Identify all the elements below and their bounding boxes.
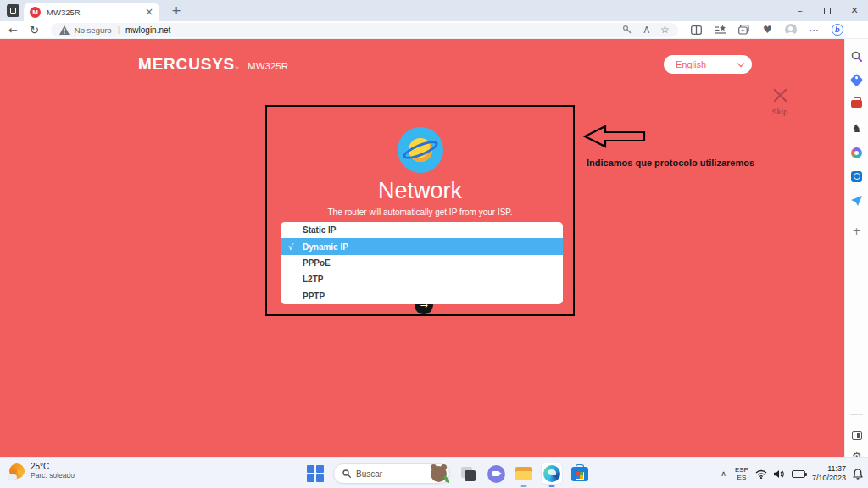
protocol-list: Static IP √Dynamic IP PPPoE L2TP PPTP bbox=[281, 222, 563, 304]
notifications-bell-icon[interactable] bbox=[853, 469, 863, 480]
network-planet-icon bbox=[398, 127, 443, 173]
language-selector[interactable]: English bbox=[664, 55, 752, 74]
browser-essentials-icon[interactable]: ♥ bbox=[761, 24, 774, 36]
search-highlight-image bbox=[431, 466, 447, 482]
protocol-option-pppoe[interactable]: PPPoE bbox=[281, 255, 563, 271]
battery-icon[interactable] bbox=[792, 470, 805, 478]
weather-temp: 25°C bbox=[31, 462, 75, 471]
volume-icon[interactable] bbox=[774, 469, 785, 479]
annotation-arrow-icon bbox=[583, 124, 646, 149]
weather-widget[interactable]: 25°C Parc. soleado bbox=[8, 462, 75, 480]
collections-icon[interactable] bbox=[737, 24, 750, 36]
sidebar-add-icon[interactable]: + bbox=[850, 225, 864, 238]
not-secure-warning-icon bbox=[59, 25, 70, 35]
protocol-option-dynamic-ip[interactable]: √Dynamic IP bbox=[281, 238, 563, 254]
weather-icon bbox=[8, 463, 25, 480]
edge-browser-icon[interactable] bbox=[542, 463, 562, 484]
protocol-option-static-ip[interactable]: Static IP bbox=[281, 222, 563, 238]
tab-actions-menu-icon[interactable] bbox=[7, 4, 19, 17]
tray-chevron-up-icon[interactable]: ∧ bbox=[721, 469, 726, 478]
sidebar-panel-icon[interactable] bbox=[850, 429, 864, 442]
copilot-icon[interactable]: b bbox=[832, 24, 843, 36]
games-icon[interactable]: ♞ bbox=[850, 121, 864, 135]
skip-label: Skip bbox=[765, 108, 794, 116]
language-tray-indicator[interactable]: ESP ES bbox=[735, 466, 748, 481]
window-maximize-button[interactable] bbox=[814, 0, 841, 21]
shopping-icon[interactable] bbox=[850, 73, 864, 86]
teams-chat-icon[interactable] bbox=[486, 463, 506, 484]
tray-date: 7/10/2023 bbox=[812, 474, 846, 483]
tray-time: 11:37 bbox=[812, 464, 846, 474]
outlook-icon[interactable] bbox=[850, 169, 864, 183]
back-icon[interactable]: ← bbox=[8, 24, 18, 36]
profile-avatar[interactable] bbox=[785, 24, 797, 36]
read-aloud-icon[interactable]: A bbox=[643, 25, 649, 35]
designer-icon[interactable] bbox=[850, 146, 864, 159]
edge-sidebar: ♞ + ⚙ bbox=[844, 39, 868, 458]
weather-condition: Parc. soleado bbox=[31, 471, 75, 480]
taskbar-search[interactable]: Buscar bbox=[333, 463, 450, 484]
start-button[interactable] bbox=[305, 463, 326, 484]
drop-send-icon[interactable] bbox=[850, 194, 864, 208]
address-bar[interactable]: No seguro | mwlogin.net A ☆ bbox=[51, 23, 678, 37]
security-label: No seguro bbox=[75, 25, 112, 35]
browser-tab[interactable]: M MW325R × bbox=[24, 3, 159, 21]
brand-trademark: ™ bbox=[235, 65, 239, 70]
skip-x-icon bbox=[773, 88, 787, 103]
window-close-button[interactable]: ✕ bbox=[841, 0, 868, 21]
clock-tray[interactable]: 11:37 7/10/2023 bbox=[812, 464, 846, 483]
task-view-icon[interactable] bbox=[458, 463, 478, 484]
new-tab-button[interactable]: + bbox=[168, 2, 185, 19]
router-model-label: MW325R bbox=[248, 61, 288, 71]
tab-close-icon[interactable]: × bbox=[145, 6, 153, 18]
windows-logo-icon bbox=[307, 465, 325, 483]
refresh-icon[interactable]: ↻ bbox=[30, 24, 39, 36]
url-host: mwlogin.net bbox=[125, 25, 170, 35]
favorite-star-icon[interactable]: ☆ bbox=[660, 24, 670, 36]
wifi-icon[interactable] bbox=[755, 469, 767, 479]
tab-title: MW325R bbox=[47, 8, 145, 17]
check-icon: √ bbox=[288, 242, 293, 252]
search-placeholder: Buscar bbox=[356, 469, 431, 479]
search-icon[interactable] bbox=[850, 49, 864, 63]
network-setup-dialog: Network The router will automatically ge… bbox=[265, 105, 575, 316]
password-key-icon[interactable] bbox=[622, 25, 632, 35]
microsoft-store-icon[interactable] bbox=[570, 463, 590, 484]
dialog-subtitle: The router will automatically get IP fro… bbox=[267, 208, 573, 217]
protocol-option-pptp[interactable]: PPTP bbox=[281, 288, 563, 304]
skip-button[interactable]: Skip bbox=[765, 88, 794, 116]
browser-toolbar: ← ↻ No seguro | mwlogin.net A ☆ ♥ ⋯ b bbox=[0, 21, 868, 39]
dialog-title: Network bbox=[267, 178, 573, 204]
split-screen-icon[interactable] bbox=[690, 24, 703, 36]
window-minimize-button[interactable]: – bbox=[787, 0, 814, 21]
chevron-down-icon bbox=[737, 59, 744, 66]
search-magnifier-icon bbox=[342, 469, 351, 478]
tools-icon[interactable] bbox=[850, 97, 864, 110]
brand-logo: MERCUSYS bbox=[138, 55, 235, 74]
sidebar-divider bbox=[850, 414, 863, 415]
annotation-text: Indicamos que protocolo utilizaremos bbox=[587, 158, 765, 168]
file-explorer-icon[interactable] bbox=[514, 463, 534, 484]
language-selected-value: English bbox=[676, 59, 738, 69]
mercusys-favicon-icon: M bbox=[30, 7, 41, 18]
url-separator: | bbox=[118, 25, 120, 34]
favorites-bar-icon[interactable] bbox=[714, 24, 726, 36]
settings-more-icon[interactable]: ⋯ bbox=[808, 24, 821, 36]
router-setup-page: MERCUSYS ™ MW325R English Skip Network T… bbox=[0, 39, 844, 458]
protocol-option-l2tp[interactable]: L2TP bbox=[281, 271, 563, 287]
brand-header: MERCUSYS ™ MW325R bbox=[138, 55, 288, 74]
windows-taskbar: 25°C Parc. soleado Buscar ∧ ESP ES 11:37… bbox=[0, 458, 868, 488]
browser-tab-strip: M MW325R × + – ✕ bbox=[0, 0, 868, 21]
